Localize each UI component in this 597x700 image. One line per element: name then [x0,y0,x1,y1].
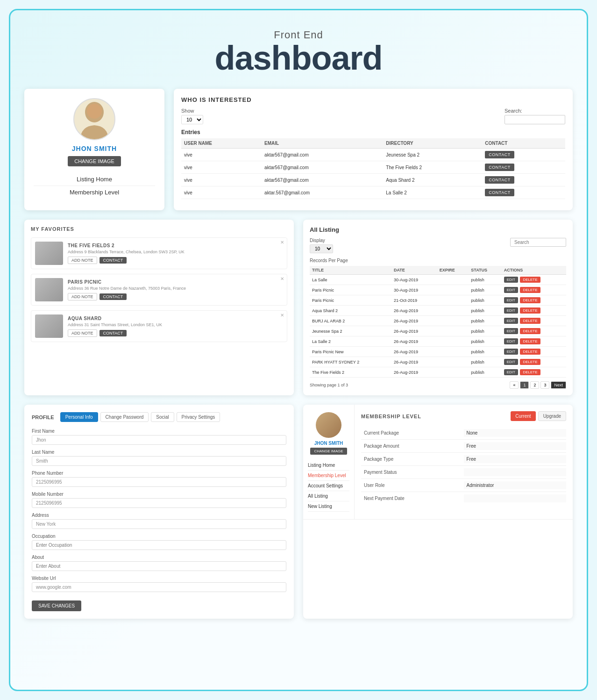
fav-contact-button[interactable]: CONTACT [100,257,127,264]
listing-col-actions: ACTIONS [502,266,566,275]
tab-change-password[interactable]: Change Password [100,412,149,422]
search-input[interactable] [505,115,565,124]
edit-button[interactable]: EDIT [504,318,518,324]
favorite-item: THE FIVE FIELDS 2 Address 9 Blacklands T… [31,237,287,269]
form-label: First Name [32,429,286,434]
who-contact: CONTACT [482,174,565,186]
delete-button[interactable]: DELETE [520,328,540,334]
change-image-button[interactable]: CHANGE IMAGE [68,156,121,166]
tab-privacy[interactable]: Privacy Settings [177,412,220,422]
edit-button[interactable]: EDIT [504,338,518,344]
fav-contact-button[interactable]: CONTACT [100,330,127,336]
listing-expire [437,316,469,326]
page-3-btn[interactable]: 3 [540,381,549,389]
form-input-phone-number[interactable] [32,477,286,487]
who-table-row: vive aktar.567@gmail.com La Salle 2 CONT… [181,186,565,199]
listing-title: BURJ AL ARAB 2 [310,316,391,326]
add-note-button[interactable]: ADD NOTE [68,329,97,337]
form-input-address[interactable] [32,519,286,529]
contact-button[interactable]: CONTACT [485,151,514,158]
current-btn[interactable]: Current [511,411,535,421]
membership-level-link[interactable]: Membership Level [34,186,155,199]
listing-status: publish [469,316,501,326]
form-label: Address [32,513,286,518]
listing-actions: EDIT DELETE [502,347,566,357]
form-input-mobile-number[interactable] [32,498,286,508]
listing-expire [437,367,469,378]
fav-actions: ADD NOTE CONTACT [68,329,283,337]
contact-button[interactable]: CONTACT [485,189,514,196]
form-input-last-name[interactable] [32,456,286,466]
page-2-btn[interactable]: 2 [530,381,539,389]
records-per-page-label: Records Per Page [310,258,566,263]
membership-value: Free [464,442,567,450]
show-select[interactable]: 10 [181,115,203,124]
edit-button[interactable]: EDIT [504,349,518,355]
tab-social[interactable]: Social [151,412,174,422]
delete-button[interactable]: DELETE [520,307,540,314]
add-note-button[interactable]: ADD NOTE [68,257,97,264]
page-next-btn[interactable]: Next [551,381,566,389]
nav-all-listing[interactable]: All Listing [308,491,349,501]
membership-row: Current Package None [361,427,566,440]
nav-account-settings[interactable]: Account Settings [308,481,349,491]
nav-listing-home[interactable]: Listing Home [308,460,349,471]
edit-button[interactable]: EDIT [504,369,518,375]
listing-date: 26-Aug-2019 [391,347,437,357]
edit-button[interactable]: EDIT [504,359,518,365]
delete-button[interactable]: DELETE [520,287,540,293]
listing-title: Paris Picnic New [310,347,391,357]
listing-status: publish [469,336,501,347]
listing-expire [437,285,469,295]
edit-button[interactable]: EDIT [504,287,518,293]
tab-personal-info[interactable]: Personal Info [60,412,98,422]
membership-key: Next Payment Date [361,494,464,502]
membership-row: User Role Administrator [361,479,566,492]
fav-address: Address 9 Blacklands Terrace, Chelsea, L… [68,250,283,254]
fav-contact-button[interactable]: CONTACT [100,293,127,300]
remove-favorite-button[interactable]: ✕ [280,240,284,245]
edit-button[interactable]: EDIT [504,307,518,314]
fav-image [35,278,63,301]
delete-button[interactable]: DELETE [520,369,540,375]
favorites-panel: MY FAVORITES THE FIVE FIELDS 2 Address 9… [24,220,294,395]
listing-table-row: The Five Fields 2 26-Aug-2019 publish ED… [310,367,566,378]
fav-image [35,314,63,338]
nav-membership-level[interactable]: Membership Level [308,471,349,481]
nav-new-listing[interactable]: New Listing [308,501,349,512]
edit-button[interactable]: EDIT [504,297,518,303]
who-directory: The Five Fields 2 [383,161,482,174]
contact-button[interactable]: CONTACT [485,164,514,171]
edit-button[interactable]: EDIT [504,277,518,283]
upgrade-btn[interactable]: Upgrade [538,411,566,421]
delete-button[interactable]: DELETE [520,349,540,355]
edit-button[interactable]: EDIT [504,328,518,334]
delete-button[interactable]: DELETE [520,277,540,283]
listing-home-link[interactable]: Listing Home [34,173,155,186]
remove-favorite-button[interactable]: ✕ [280,313,284,318]
form-input-website-url[interactable] [32,582,286,592]
page-prev-btn[interactable]: « [510,381,519,389]
page-1-btn[interactable]: 1 [520,381,529,389]
listing-title: La Salle 2 [310,336,391,347]
who-section-title: WHO IS INTERESTED [181,96,565,103]
display-select[interactable]: 10 [310,244,333,253]
add-note-button[interactable]: ADD NOTE [68,293,97,300]
listing-table-row: La Salle 30-Aug-2019 publish EDIT DELETE [310,275,566,285]
save-changes-button[interactable]: SAVE CHANGES [32,600,81,611]
listing-table-row: Aqua Shard 2 26-Aug-2019 publish EDIT DE… [310,306,566,316]
delete-button[interactable]: DELETE [520,318,540,324]
membership-nav: JHON SMITH CHANGE IMAGE Listing Home Mem… [303,405,355,519]
listing-date: 26-Aug-2019 [391,336,437,347]
delete-button[interactable]: DELETE [520,297,540,303]
form-group: Occupation [32,534,286,550]
delete-button[interactable]: DELETE [520,359,540,365]
form-input-occupation[interactable] [32,540,286,550]
form-input-first-name[interactable] [32,435,286,445]
delete-button[interactable]: DELETE [520,338,540,344]
listing-search-input[interactable] [510,238,566,247]
remove-favorite-button[interactable]: ✕ [280,276,284,281]
nav-change-image-btn[interactable]: CHANGE IMAGE [310,448,347,455]
form-input-about[interactable] [32,561,286,571]
contact-button[interactable]: CONTACT [485,176,514,184]
